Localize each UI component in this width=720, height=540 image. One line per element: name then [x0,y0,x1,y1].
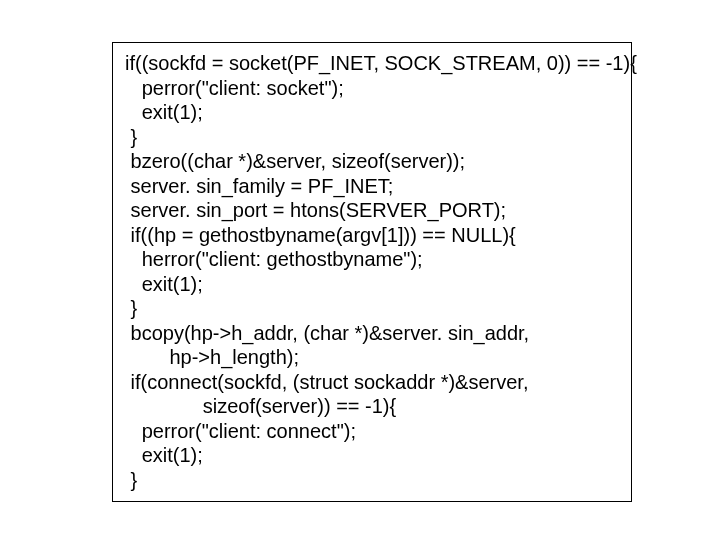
code-line: bcopy(hp->h_addr, (char *)&server. sin_a… [125,321,621,346]
code-line: server. sin_family = PF_INET; [125,174,621,199]
code-line: exit(1); [125,443,621,468]
code-line: if((sockfd = socket(PF_INET, SOCK_STREAM… [125,51,621,76]
code-line: } [125,296,621,321]
code-line: } [125,468,621,493]
code-line: } [125,125,621,150]
code-line: if(connect(sockfd, (struct sockaddr *)&s… [125,370,621,395]
code-line: bzero((char *)&server, sizeof(server)); [125,149,621,174]
code-line: exit(1); [125,272,621,297]
slide: if((sockfd = socket(PF_INET, SOCK_STREAM… [0,0,720,540]
code-line: herror("client: gethostbyname"); [125,247,621,272]
code-line: perror("client: connect"); [125,419,621,444]
code-box: if((sockfd = socket(PF_INET, SOCK_STREAM… [112,42,632,502]
code-line: server. sin_port = htons(SERVER_PORT); [125,198,621,223]
code-line: perror("client: socket"); [125,76,621,101]
code-line: hp->h_length); [125,345,621,370]
code-line: if((hp = gethostbyname(argv[1])) == NULL… [125,223,621,248]
code-line: exit(1); [125,100,621,125]
code-line: sizeof(server)) == -1){ [125,394,621,419]
